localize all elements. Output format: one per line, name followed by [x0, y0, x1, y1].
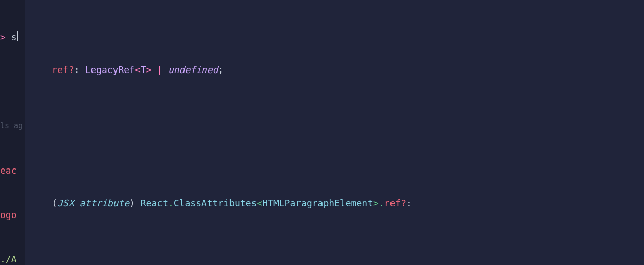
gutter-row: ls ag: [0, 118, 25, 133]
semicolon: ;: [218, 64, 224, 75]
gutter-row: > s: [0, 30, 25, 44]
tooltip-blank-line: [30, 122, 639, 136]
paren-close: ): [129, 198, 141, 208]
optional-marker: ?: [68, 64, 74, 75]
dot: .: [168, 198, 174, 208]
gutter-row: eac: [0, 163, 25, 178]
pipe: |: [151, 64, 168, 75]
prop-name: ref: [52, 64, 68, 75]
gutter-row: ogo: [0, 207, 25, 222]
classattributes-type: ClassAttributes: [174, 198, 257, 208]
paren-open: (: [52, 198, 57, 208]
jsx-attribute-label: JSX attribute: [57, 198, 129, 208]
generic-open: <: [257, 198, 262, 208]
gutter-row: [0, 74, 25, 89]
angle-close: >: [146, 64, 152, 75]
dot: .: [379, 198, 384, 208]
colon: :: [74, 64, 85, 75]
generic-close: >: [373, 198, 379, 208]
type-legacyref: LegacyRef: [85, 64, 135, 75]
type-param: T: [141, 64, 146, 75]
editor-gutter: > s ls ag eac ogo ./A Ap myR ( cl ead <i…: [0, 0, 25, 265]
react-namespace: React: [141, 198, 168, 208]
tooltip-declaration-line: ref?: LegacyRef<T> | undefined;: [30, 47, 639, 92]
ref-prop: ref?: [384, 198, 406, 208]
htmlparagraph-type: HTMLParagraphElement: [262, 198, 373, 208]
angle-open: <: [135, 64, 141, 75]
hover-tooltip[interactable]: ref?: LegacyRef<T> | undefined; (JSX att…: [25, 0, 644, 265]
colon: :: [406, 198, 412, 208]
tooltip-signature-line-1: (JSX attribute) React.ClassAttributes<HT…: [30, 181, 639, 225]
undefined-keyword: undefined: [168, 64, 218, 75]
